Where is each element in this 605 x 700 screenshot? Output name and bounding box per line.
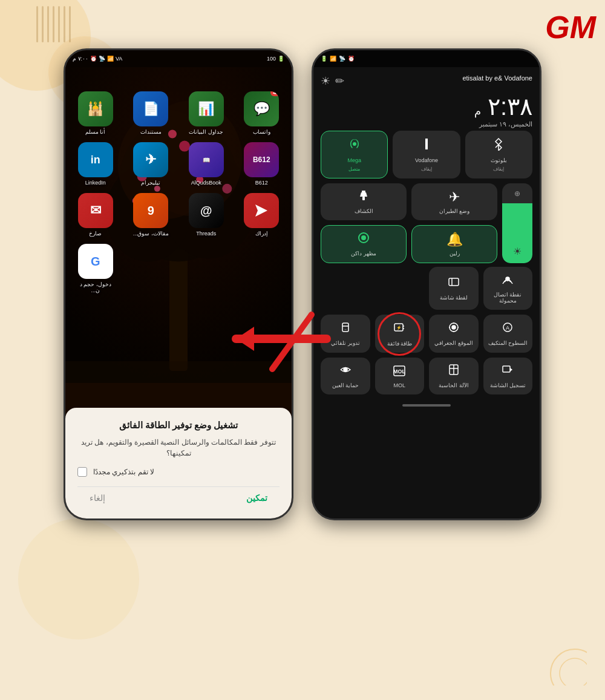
battery-icon: 🔋: [278, 56, 284, 62]
svg-point-32: [452, 325, 456, 329]
cc-tile-screen-rec[interactable]: تسجيل الشاشة: [483, 358, 533, 394]
cc-row1: بلوتوث إيقاف Vodafone إيقاف: [321, 131, 532, 178]
battery-level: 100: [267, 56, 276, 62]
cc-tile-rotate[interactable]: ↔ تدوير تلقائي: [321, 315, 370, 353]
app-icon-idrak[interactable]: إدراك: [238, 193, 286, 237]
home-screen: 🕌 أنا مسلم 📄 مستندات 📊 جداول البيانات 💬 …: [65, 67, 292, 518]
dialog-overlay: تشغيل وضع توفير الطاقة الفائق تتوفر فقط …: [65, 361, 292, 518]
remind-checkbox[interactable]: [77, 467, 87, 477]
phones-container: 🔋 100 VA 📶 📡 ⏰ ٧:٠٠ م: [12, 48, 593, 520]
decorative-lines: [36, 6, 71, 42]
dialog-box: تشغيل وضع توفير الطاقة الفائق تتوفر فقط …: [65, 408, 292, 518]
cc-tile-airplane[interactable]: ✈ وضع الطيران: [411, 183, 497, 220]
app-grid: 🕌 أنا مسلم 📄 مستندات 📊 جداول البيانات 💬 …: [65, 85, 292, 299]
cc-tile-flashlight[interactable]: الكشاف: [321, 183, 407, 220]
gm-logo: GM: [545, 9, 596, 45]
dialog-title: تشغيل وضع توفير الطاقة الفائق: [77, 420, 280, 431]
svg-point-25: [362, 237, 365, 239]
signal-icon: 📶: [107, 56, 114, 62]
status-bar-right: 🔋 📶 📡 ⏰: [313, 50, 540, 67]
cc-tile-calculator[interactable]: الآلة الحاسبة: [429, 358, 479, 394]
cc-grid-2x2: ✈ وضع الطيران الكشاف: [321, 183, 497, 263]
carrier-text: VA: [116, 56, 122, 62]
time-block: ٢:٣٨ م الخميس، ١٩ سبتمبر: [321, 93, 532, 128]
cc-tile-battery-ultra-wrapper: ⚡ طاقة فائقة: [375, 315, 425, 353]
app-icon-email[interactable]: ✉ صارخ: [71, 193, 120, 237]
brightness-icon: ☀: [321, 74, 330, 88]
app-icon-linkedin[interactable]: in LinkedIn: [71, 142, 120, 186]
checkbox-label: لا تقم بتذكيري مجددًا: [93, 468, 154, 476]
cc-time: ٢:٣٨ م: [321, 93, 532, 120]
wifi-icon: 📡: [99, 56, 105, 62]
status-bar-left: 🔋 100 VA 📶 📡 ⏰ ٧:٠٠ م: [65, 50, 292, 67]
cc-row5: تسجيل الشاشة الآلة الحاسبة: [321, 358, 532, 394]
svg-rect-20: [362, 191, 365, 192]
carrier-block: etisalat by e& Vodafone: [462, 74, 532, 82]
home-indicator: [402, 404, 451, 407]
app-icon-maqalat[interactable]: 9 مقالات، سوق...: [127, 193, 175, 237]
cc-tile-ac[interactable]: A السطوح المتكيف: [483, 315, 533, 353]
dialog-checkbox-row: لا تقم بتذكيري مجددًا: [77, 467, 280, 477]
cc-tile-hotspot[interactable]: نقطة اتصال محمولة: [483, 267, 533, 310]
app-icon-threads[interactable]: @ Threads: [182, 193, 231, 237]
app-icon-b612[interactable]: B612 B612: [238, 142, 286, 186]
alarm-icon: ⏰: [90, 56, 97, 62]
phone-left: 🔋 100 VA 📶 📡 ⏰ ٧:٠٠ م: [64, 48, 293, 520]
cc-tile-mega[interactable]: Mega متصل: [321, 131, 388, 178]
carrier-name: etisalat by e& Vodafone: [462, 74, 532, 82]
cc-header: ☀ ✏ etisalat by e& Vodafone: [321, 74, 532, 88]
wifi-right-icon: 📡: [339, 56, 345, 62]
svg-point-19: [353, 142, 356, 146]
cc-date: الخميس، ١٩ سبتمبر: [321, 120, 532, 128]
whatsapp-badge: 43: [270, 91, 279, 96]
cancel-button[interactable]: إلغاء: [77, 489, 117, 506]
app-icon-sheets[interactable]: 📊 جداول البيانات: [182, 91, 231, 135]
cc-tile-mol[interactable]: MOL MOL: [375, 358, 425, 394]
brightness-slider[interactable]: ⊕ ☀: [502, 183, 532, 263]
app-icon-google[interactable]: G دخول، حجم دن...: [71, 244, 120, 293]
cc-top-icons: ☀ ✏: [321, 74, 344, 88]
svg-text:MOL: MOL: [393, 368, 405, 375]
app-icon-muslim[interactable]: 🕌 أنا مسلم: [71, 91, 120, 135]
svg-point-51: [344, 368, 347, 371]
cc-tile-dark-mode[interactable]: مظهر داكن: [321, 225, 407, 263]
dialog-description: تتوفر فقط المكالمات والرسائل النصية القص…: [77, 437, 280, 459]
svg-rect-27: [449, 278, 459, 286]
signal-right-icon: 📶: [330, 56, 336, 62]
svg-text:⚡: ⚡: [396, 325, 402, 330]
phone-right: 🔋 📶 📡 ⏰ ☀ ✏ etisalat by e& Vodafone: [312, 48, 541, 520]
cc-tile-location[interactable]: الموقع الجغرافي: [429, 315, 479, 353]
cc-tile-battery-ultra[interactable]: ⚡ طاقة فائقة: [375, 315, 425, 353]
app-icon-telegram[interactable]: ✈ تيليجرام: [127, 142, 175, 186]
corner-decoration: [538, 637, 587, 688]
svg-marker-45: [510, 368, 512, 371]
app-icon-docs[interactable]: 📄 مستندات: [127, 91, 175, 135]
svg-point-55: [551, 649, 587, 685]
control-center: ☀ ✏ etisalat by e& Vodafone ٢:٣٨ م الخمي…: [313, 67, 540, 518]
cc-tile-bell[interactable]: 🔔 رلين: [411, 225, 497, 263]
edit-icon: ✏: [335, 74, 344, 88]
app-icon-qudsbook[interactable]: 📖 AlQudsBook: [182, 142, 231, 186]
cc-tile-bluetooth[interactable]: بلوتوث إيقاف: [465, 131, 532, 178]
alarm-right-icon: ⏰: [348, 56, 355, 62]
svg-rect-18: [425, 139, 428, 141]
svg-rect-22: [362, 197, 365, 200]
svg-rect-44: [503, 366, 510, 372]
cc-row3: نقطة اتصال محمولة لقطة شاشة: [321, 267, 532, 310]
bottom-bar: [321, 399, 532, 411]
dialog-buttons: تمكين إلغاء: [77, 486, 280, 506]
svg-text:↔: ↔: [344, 327, 347, 331]
cc-row2: ⊕ ☀ ✈ وضع الطيران: [321, 183, 532, 262]
cc-row4: A السطوح المتكيف: [321, 315, 532, 353]
svg-point-56: [560, 658, 587, 685]
svg-marker-21: [360, 192, 367, 197]
cc-tile-vodafone[interactable]: Vodafone إيقاف: [393, 131, 460, 178]
cc-tile-screenshot[interactable]: لقطة شاشة: [429, 267, 479, 310]
time-text: ٧:٠٠ م: [73, 56, 88, 62]
battery-right-icon: 🔋: [321, 56, 327, 62]
enable-button[interactable]: تمكين: [234, 489, 280, 506]
app-icon-whatsapp[interactable]: 💬 43 واتساب: [238, 91, 286, 135]
cc-tile-eye-protect[interactable]: حماية العين: [321, 358, 370, 394]
svg-text:A: A: [506, 325, 509, 331]
